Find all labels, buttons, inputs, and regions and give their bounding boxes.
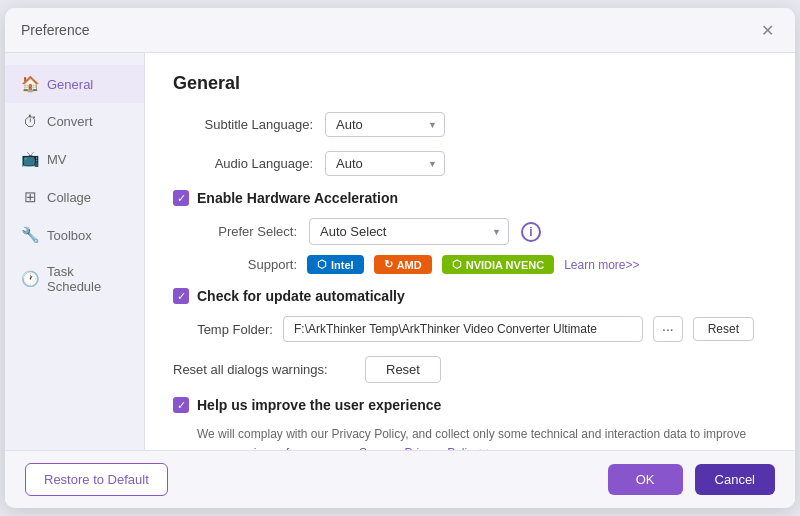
check-update-checkbox[interactable]: ✓ (173, 288, 189, 304)
reset-dialogs-button[interactable]: Reset (365, 356, 441, 383)
restore-default-button[interactable]: Restore to Default (25, 463, 168, 496)
temp-folder-dots-button[interactable]: ··· (653, 316, 683, 342)
sidebar-item-mv[interactable]: 📺 MV (5, 140, 144, 178)
chip-intel: ⬡ Intel (307, 255, 364, 274)
temp-folder-input[interactable] (283, 316, 643, 342)
privacy-description: We will complay with our Privacy Policy,… (197, 425, 767, 450)
cancel-button[interactable]: Cancel (695, 464, 775, 495)
checkmark-icon-3: ✓ (177, 399, 186, 412)
home-icon: 🏠 (21, 75, 39, 93)
check-update-row: ✓ Check for update automatically (173, 288, 767, 304)
sidebar-label-task: Task Schedule (47, 264, 128, 294)
nvidia-icon: ⬡ (452, 258, 462, 271)
convert-icon: ⏱ (21, 113, 39, 130)
audio-select-wrapper: Auto English Chinese French German (325, 151, 445, 176)
sidebar-item-general[interactable]: 🏠 General (5, 65, 144, 103)
prefer-select-row: Prefer Select: Auto Select Intel AMD NVI… (197, 218, 767, 245)
nvidia-label: NVIDIA NVENC (466, 259, 544, 271)
collage-icon: ⊞ (21, 188, 39, 206)
mv-icon: 📺 (21, 150, 39, 168)
temp-folder-row: Temp Folder: ··· Reset (173, 316, 767, 342)
chip-nvidia: ⬡ NVIDIA NVENC (442, 255, 554, 274)
sidebar-item-toolbox[interactable]: 🔧 Toolbox (5, 216, 144, 254)
footer-right: OK Cancel (608, 464, 775, 495)
subtitle-language-select[interactable]: Auto English Chinese French German (325, 112, 445, 137)
window-title: Preference (21, 22, 89, 38)
prefer-select-wrapper: Auto Select Intel AMD NVIDIA (309, 218, 509, 245)
sidebar-label-collage: Collage (47, 190, 91, 205)
learn-more-link[interactable]: Learn more>> (564, 258, 639, 272)
chip-amd: ↻ AMD (374, 255, 432, 274)
sidebar-label-convert: Convert (47, 114, 93, 129)
prefer-select-label: Prefer Select: (197, 224, 297, 239)
sidebar-label-general: General (47, 77, 93, 92)
subtitle-language-label: Subtitle Language: (173, 117, 313, 132)
preference-window: Preference ✕ 🏠 General ⏱ Convert 📺 MV ⊞ … (5, 8, 795, 508)
task-icon: 🕐 (21, 270, 39, 288)
toolbox-icon: 🔧 (21, 226, 39, 244)
amd-icon: ↻ (384, 258, 393, 271)
close-button[interactable]: ✕ (755, 18, 779, 42)
checkmark-icon-2: ✓ (177, 290, 186, 303)
sidebar-item-convert[interactable]: ⏱ Convert (5, 103, 144, 140)
user-experience-label: Help us improve the user experience (197, 397, 441, 413)
main-content: 🏠 General ⏱ Convert 📺 MV ⊞ Collage 🔧 Too… (5, 53, 795, 450)
footer: Restore to Default OK Cancel (5, 450, 795, 508)
content-area: General Subtitle Language: Auto English … (145, 53, 795, 450)
subtitle-select-wrapper: Auto English Chinese French German (325, 112, 445, 137)
audio-language-row: Audio Language: Auto English Chinese Fre… (173, 151, 767, 176)
intel-label: Intel (331, 259, 354, 271)
subtitle-language-row: Subtitle Language: Auto English Chinese … (173, 112, 767, 137)
prefer-select-dropdown[interactable]: Auto Select Intel AMD NVIDIA (309, 218, 509, 245)
sidebar-label-mv: MV (47, 152, 67, 167)
hardware-acceleration-label: Enable Hardware Acceleration (197, 190, 398, 206)
check-update-label: Check for update automatically (197, 288, 405, 304)
intel-icon: ⬡ (317, 258, 327, 271)
support-row: Support: ⬡ Intel ↻ AMD ⬡ NVIDIA NVENC Le… (197, 255, 767, 274)
info-icon[interactable]: i (521, 222, 541, 242)
reset-dialogs-row: Reset all dialogs warnings: Reset (173, 356, 767, 383)
ok-button[interactable]: OK (608, 464, 683, 495)
section-title: General (173, 73, 767, 94)
privacy-policy-link[interactable]: Privacy Policy>> (404, 446, 493, 450)
audio-language-label: Audio Language: (173, 156, 313, 171)
sidebar-label-toolbox: Toolbox (47, 228, 92, 243)
temp-folder-label: Temp Folder: (173, 322, 273, 337)
audio-language-select[interactable]: Auto English Chinese French German (325, 151, 445, 176)
checkmark-icon: ✓ (177, 192, 186, 205)
sidebar-item-task-schedule[interactable]: 🕐 Task Schedule (5, 254, 144, 304)
user-experience-row: ✓ Help us improve the user experience (173, 397, 767, 413)
reset-dialogs-label: Reset all dialogs warnings: (173, 362, 353, 377)
sidebar-item-collage[interactable]: ⊞ Collage (5, 178, 144, 216)
indent-section: Prefer Select: Auto Select Intel AMD NVI… (197, 218, 767, 274)
hardware-acceleration-checkbox[interactable]: ✓ (173, 190, 189, 206)
hardware-acceleration-row: ✓ Enable Hardware Acceleration (173, 190, 767, 206)
privacy-text: We will complay with our Privacy Policy,… (197, 425, 767, 450)
support-label: Support: (197, 257, 297, 272)
title-bar: Preference ✕ (5, 8, 795, 53)
sidebar: 🏠 General ⏱ Convert 📺 MV ⊞ Collage 🔧 Too… (5, 53, 145, 450)
amd-label: AMD (397, 259, 422, 271)
user-experience-checkbox[interactable]: ✓ (173, 397, 189, 413)
temp-folder-reset-button[interactable]: Reset (693, 317, 754, 341)
